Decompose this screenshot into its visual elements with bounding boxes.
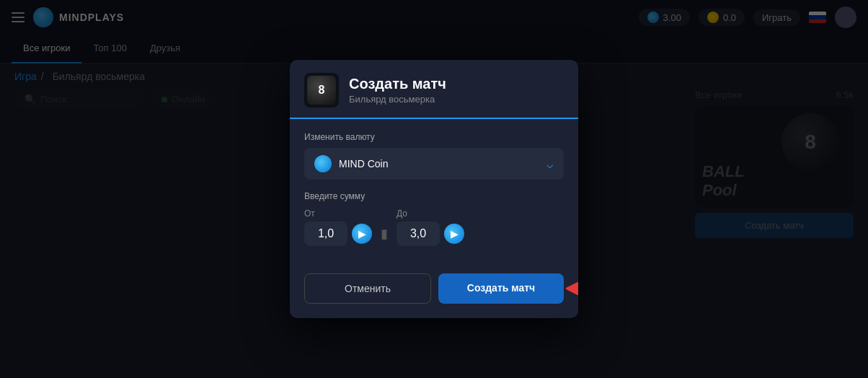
currency-icon [314, 155, 332, 172]
create-match-button[interactable]: Создать матч [438, 273, 564, 304]
modal-body: Изменить валюту MIND Coin ⌵ Введите сумм… [290, 119, 578, 273]
to-value: 3,0 [397, 221, 440, 246]
range-separator-icon: ▮ [378, 226, 391, 242]
chevron-down-icon: ⌵ [546, 157, 554, 171]
amount-row: От 1,0 ▶ ▮ До 3,0 ▶ [304, 208, 564, 246]
modal-game-icon: 8 [304, 73, 339, 107]
amount-from-col: От 1,0 ▶ [304, 208, 372, 246]
modal-subtitle: Бильярд восьмерка [349, 94, 446, 105]
modal-title: Создать матч [349, 76, 446, 92]
amount-to-col: До 3,0 ▶ [397, 208, 464, 246]
currency-section-label: Изменить валюту [304, 132, 564, 142]
currency-left: MIND Coin [314, 155, 388, 172]
modal-header: 8 Создать матч Бильярд восьмерка [290, 60, 578, 119]
from-input-wrap: 1,0 ▶ [304, 221, 372, 246]
to-label: До [397, 208, 464, 219]
from-value: 1,0 [304, 221, 347, 246]
amount-section-label: Введите сумму [304, 191, 564, 201]
modal-game-icon-inner: 8 [307, 76, 336, 105]
modal-footer: Отменить Создать матч [290, 273, 578, 318]
create-match-modal: 8 Создать матч Бильярд восьмерка Изменит… [290, 60, 578, 318]
currency-name: MIND Coin [339, 158, 388, 170]
modal-title-block: Создать матч Бильярд восьмерка [349, 76, 446, 105]
from-label: От [304, 208, 372, 219]
to-input-wrap: 3,0 ▶ [397, 221, 464, 246]
currency-dropdown[interactable]: MIND Coin ⌵ [304, 148, 564, 180]
to-step-btn[interactable]: ▶ [444, 224, 464, 244]
arrow-indicator [566, 278, 578, 299]
from-step-btn[interactable]: ▶ [352, 224, 372, 244]
cancel-button[interactable]: Отменить [304, 273, 431, 304]
